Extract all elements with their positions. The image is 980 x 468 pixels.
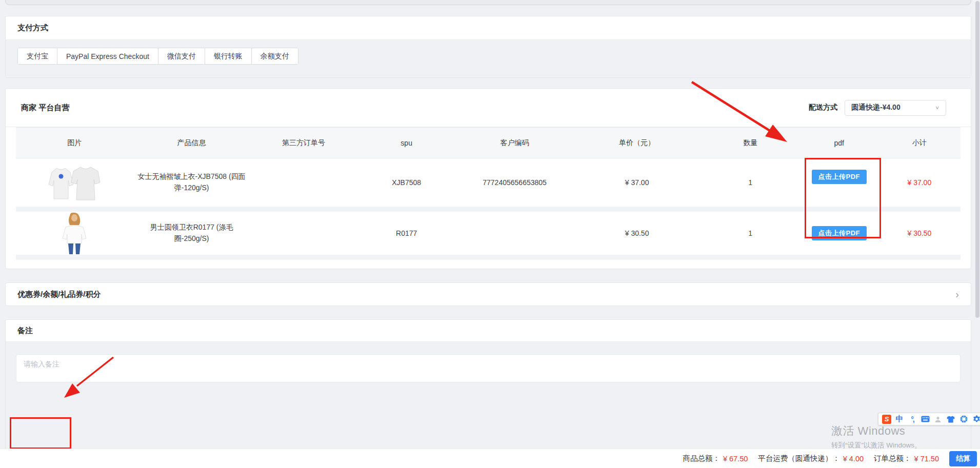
quantity: 1: [701, 229, 799, 237]
merchant-card: 商家 平台自营 配送方式 圆通快递-¥4.00 ∨ 图片 产品信息 第三方订单号…: [5, 88, 971, 269]
skin-tshirt-icon[interactable]: [946, 415, 955, 424]
merchant-title: 商家 平台自营: [21, 103, 69, 113]
row-separator: [16, 207, 961, 212]
freight-label: 平台运费（圆通快递）：: [758, 454, 840, 463]
unit-price: ¥ 37.00: [573, 178, 701, 187]
tab-wechat-pay[interactable]: 微信支付: [158, 48, 205, 64]
product-image-sweatshirt-model: [56, 212, 92, 255]
remark-card: 备注 点击上传PDF: [5, 319, 971, 456]
tab-bank-transfer[interactable]: 银行转账: [205, 48, 251, 64]
product-image-cell: [16, 162, 133, 203]
subtotal: ¥ 37.00: [878, 178, 961, 187]
col-header-spu: spu: [357, 139, 456, 147]
remark-card-body: 点击上传PDF: [6, 342, 971, 456]
remark-textarea[interactable]: [16, 354, 961, 382]
punctuation-icon[interactable]: °,: [908, 415, 917, 424]
shipping-label: 配送方式: [809, 103, 837, 112]
platform-freight: 平台运费（圆通快递）： ¥ 4.00: [758, 454, 864, 463]
chinese-mode-icon[interactable]: 中: [895, 415, 904, 424]
ime-toolbar: S 中 °,: [878, 413, 980, 425]
order-summary-bar: 商品总额： ¥ 67.50 平台运费（圆通快递）： ¥ 4.00 订单总额： ¥…: [0, 449, 980, 468]
col-header-subtotal: 小计: [878, 138, 961, 148]
product-image-cell: [16, 212, 133, 255]
payment-title: 支付方式: [17, 23, 48, 33]
tab-alipay[interactable]: 支付宝: [18, 48, 57, 64]
order-total-label: 订单总额：: [874, 454, 911, 463]
product-image-sleeveless-top: [42, 162, 107, 203]
payment-method-tabs: 支付宝 PayPal Express Checkout 微信支付 银行转账 余额…: [17, 48, 298, 65]
col-header-product-info: 产品信息: [133, 138, 250, 148]
sogou-logo-icon[interactable]: S: [882, 415, 891, 424]
product-name: 女士无袖褶皱上衣-XJB7508 (四面弹-120g/S): [133, 171, 250, 193]
gear-settings-icon[interactable]: [972, 415, 980, 424]
customer-code: 7772405656653805: [456, 178, 573, 187]
unit-price: ¥ 30.50: [573, 229, 701, 237]
shipping-control: 配送方式 圆通快递-¥4.00 ∨: [809, 100, 946, 116]
keyboard-icon[interactable]: [921, 415, 930, 424]
col-header-customer-code: 客户编码: [456, 138, 573, 148]
col-header-unit-price: 单价（元）: [573, 138, 701, 148]
coupon-balance-row[interactable]: 优惠券/余额/礼品券/积分 ›: [5, 282, 971, 306]
chevron-right-icon: ›: [955, 289, 959, 299]
shipping-select-value: 圆通快递-¥4.00: [851, 103, 901, 112]
vertical-scrollbar-thumb[interactable]: [975, 1, 979, 318]
remark-title: 备注: [17, 326, 33, 336]
col-header-image: 图片: [16, 138, 133, 148]
payment-card-header: 支付方式: [6, 16, 971, 40]
checkout-button[interactable]: 结算: [949, 451, 977, 466]
pdf-cell: 点击上传PDF: [800, 158, 878, 184]
pdf-cell: 点击上传PDF: [800, 226, 878, 240]
order-items-table: 图片 产品信息 第三方订单号 spu 客户编码 单价（元） 数量 pdf 小计: [16, 127, 961, 260]
row-separator: [16, 255, 961, 260]
shipping-select[interactable]: 圆通快递-¥4.00 ∨: [845, 100, 946, 116]
upload-pdf-button[interactable]: 点击上传PDF: [812, 226, 867, 240]
chevron-down-icon: ∨: [935, 105, 939, 110]
payment-method-card: 支付方式 支付宝 PayPal Express Checkout 微信支付 银行…: [5, 16, 971, 78]
goods-total-label: 商品总额：: [683, 454, 720, 463]
tab-balance-pay[interactable]: 余额支付: [251, 48, 298, 64]
quantity: 1: [701, 178, 799, 187]
order-total-value: ¥ 71.50: [914, 455, 939, 463]
table-header-row: 图片 产品信息 第三方订单号 spu 客户编码 单价（元） 数量 pdf 小计: [16, 128, 961, 158]
col-header-third-order-no: 第三方订单号: [250, 138, 357, 148]
merchant-card-header: 商家 平台自营 配送方式 圆通快递-¥4.00 ∨: [6, 89, 971, 127]
col-header-pdf: pdf: [800, 139, 878, 147]
table-row: 男士圆领卫衣R0177 (涤毛圈-250g/S) R0177 ¥ 30.50 1…: [16, 212, 961, 255]
checkout-page: 支付方式 支付宝 PayPal Express Checkout 微信支付 银行…: [0, 0, 980, 468]
freight-value: ¥ 4.00: [843, 455, 864, 463]
subtotal: ¥ 30.50: [878, 229, 961, 237]
collapsed-card-edge: [5, 0, 971, 5]
goods-total-value: ¥ 67.50: [723, 455, 748, 463]
remark-card-header: 备注: [6, 320, 971, 342]
spu: R0177: [357, 229, 456, 237]
col-header-qty: 数量: [701, 138, 799, 148]
wheel-icon[interactable]: [959, 415, 968, 424]
tab-paypal[interactable]: PayPal Express Checkout: [57, 48, 158, 64]
upload-pdf-button[interactable]: 点击上传PDF: [812, 170, 867, 184]
product-name: 男士圆领卫衣R0177 (涤毛圈-250g/S): [133, 222, 250, 244]
coupon-title: 优惠券/余额/礼品券/积分: [17, 290, 101, 299]
spu: XJB7508: [357, 178, 456, 187]
payment-card-body: 支付宝 PayPal Express Checkout 微信支付 银行转账 余额…: [6, 40, 971, 78]
user-profile-icon[interactable]: [933, 415, 943, 424]
order-total: 订单总额： ¥ 71.50: [874, 454, 939, 463]
goods-total: 商品总额： ¥ 67.50: [683, 454, 748, 463]
table-row: 女士无袖褶皱上衣-XJB7508 (四面弹-120g/S) XJB7508 77…: [16, 158, 961, 207]
